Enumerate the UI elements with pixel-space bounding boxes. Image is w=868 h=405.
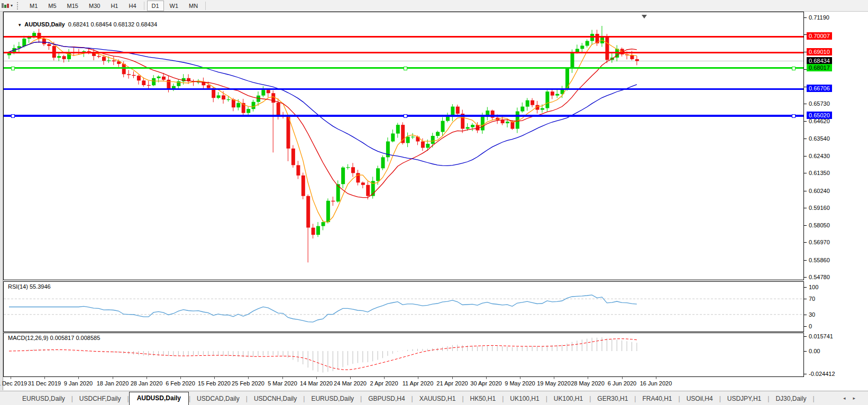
date-tick-mark (282, 377, 283, 379)
macd-tick-label: -0.024412 (809, 371, 835, 377)
tab-usoil-h4[interactable]: USOil,H4 (680, 393, 719, 405)
date-label: 15 Feb 2020 (198, 380, 231, 386)
macd-pane[interactable]: MACD(12,26,9) 0.005817 0.008585 (3, 333, 804, 377)
candle-body (381, 157, 385, 168)
rsi-tick-label: 30 (809, 311, 815, 318)
candle-body (167, 80, 170, 89)
tab-ger30-h1[interactable]: GER30,H1 (591, 393, 634, 405)
line-handle[interactable] (11, 114, 15, 118)
tab-usdcad-daily[interactable]: USDCAD,Daily (190, 393, 246, 405)
tab-eurusd-daily[interactable]: EURUSD,Daily (16, 393, 71, 405)
price-tick-label: 0.60240 (809, 188, 830, 194)
price-tick-mark (804, 260, 807, 261)
rsi-tick-mark (804, 315, 807, 315)
date-tick-mark (113, 377, 113, 379)
line-handle[interactable] (11, 67, 15, 70)
candle-body (28, 38, 31, 39)
candle-body (421, 142, 425, 148)
tab-dj30-daily[interactable]: DJ30,Daily (769, 393, 812, 405)
tabs-scroll-right-icon[interactable]: ▸ (853, 395, 863, 401)
ma-medium-line (9, 42, 637, 197)
date-tick-mark (622, 377, 623, 379)
tab-audusd-daily[interactable]: AUDUSD,Daily (129, 392, 189, 405)
price-badge-0.70007: 0.70007 (807, 32, 832, 40)
candle-body (426, 144, 430, 148)
horizontal-line-0.70007[interactable] (4, 36, 803, 38)
candle-body (246, 109, 250, 113)
date-tick-mark (11, 377, 11, 379)
candle-body (331, 201, 335, 202)
line-handle[interactable] (404, 67, 407, 70)
candle-body (147, 85, 151, 86)
toolbar-grip[interactable] (17, 2, 20, 10)
rsi-tick-mark (804, 326, 807, 327)
candle-body (366, 185, 370, 196)
timeframe-button-h4[interactable]: H4 (124, 1, 141, 11)
candle-body (580, 45, 584, 49)
chart-ohlc-values: 0.68241 0.68454 0.68132 0.68434 (68, 21, 157, 27)
date-label: 30 Apr 2020 (470, 380, 501, 386)
price-tick-mark (804, 17, 807, 18)
line-handle[interactable] (792, 67, 796, 70)
candle-body (481, 117, 485, 130)
timeframe-button-m5[interactable]: M5 (43, 1, 61, 11)
tab-uk100-h1[interactable]: UK100,H1 (504, 393, 545, 405)
macd-tick-mark (804, 374, 807, 374)
candle-body (261, 90, 265, 96)
tab-usdcnh-daily[interactable]: USDCNH,Daily (248, 393, 303, 405)
tab-gbpusd-h4[interactable]: GBPUSD,H4 (362, 393, 411, 405)
candle-body (356, 173, 360, 182)
date-label: 28 Jan 2020 (131, 380, 163, 386)
line-handle[interactable] (792, 114, 796, 118)
tab-xauusd-h1[interactable]: XAUUSD,H1 (413, 393, 462, 405)
macd-histogram (9, 337, 637, 373)
candle-body (346, 167, 350, 168)
candle-body (571, 53, 574, 69)
main-chart-pane[interactable]: ▼AUDUSD,Daily 0.68241 0.68454 0.68132 0.… (3, 12, 804, 280)
charts-toolbar-icon[interactable] (1, 2, 10, 10)
candle-body (301, 176, 305, 196)
candle-body (351, 167, 355, 173)
timeframe-button-w1[interactable]: W1 (165, 1, 184, 11)
timeframe-button-d1[interactable]: D1 (147, 1, 164, 11)
horizontal-line-0.69010[interactable] (4, 52, 803, 53)
date-axis[interactable]: 21 Dec 201931 Dec 20199 Jan 202018 Jan 2… (3, 377, 804, 391)
timeframe-button-mn[interactable]: MN (184, 1, 203, 11)
candle-body (526, 100, 529, 107)
horizontal-line-0.66706[interactable] (4, 88, 803, 90)
chevron-down-icon[interactable]: ▾ (11, 3, 13, 8)
tab-uk100-h1[interactable]: UK100,H1 (547, 393, 589, 405)
timeframe-button-m30[interactable]: M30 (84, 1, 105, 11)
price-tick-label: 0.56970 (809, 239, 830, 245)
candle-body (142, 80, 145, 85)
timeframe-button-m15[interactable]: M15 (62, 1, 83, 11)
candles (7, 26, 639, 262)
candle-body (47, 44, 51, 46)
tabs-scroll-left-icon[interactable]: ◂ (843, 395, 853, 401)
candle-body (406, 137, 410, 143)
candle-body (510, 122, 514, 129)
candle-body (531, 100, 534, 105)
chart-tab-bar: EURUSD,Daily|USDCHF,Daily|AUDUSD,Daily|U… (0, 391, 868, 405)
date-label: 6 Jun 2020 (608, 380, 636, 386)
price-axis[interactable]: 0.711900.701100.690000.679200.668100.657… (804, 12, 868, 390)
date-label: 18 Jan 2020 (97, 380, 129, 386)
timeframe-button-h1[interactable]: H1 (106, 1, 123, 11)
expander-icon[interactable]: ▼ (17, 23, 22, 27)
candle-body (316, 226, 320, 235)
tab-fra40-h1[interactable]: FRA40,H1 (636, 393, 678, 405)
chart-shift-icon[interactable] (642, 15, 647, 19)
date-label: 25 Feb 2020 (232, 380, 264, 386)
tab-usdchf-daily[interactable]: USDCHF,Daily (73, 393, 127, 405)
tab-eurusd-daily[interactable]: EURUSD,Daily (305, 393, 360, 405)
timeframe-button-m1[interactable]: M1 (25, 1, 42, 11)
tab-usdjpy-h1[interactable]: USDJPY,H1 (721, 393, 768, 405)
tab-hk50-h1[interactable]: HK50,H1 (464, 393, 502, 405)
price-tick-label: 0.55860 (809, 257, 830, 263)
line-handle[interactable] (404, 114, 407, 118)
rsi-pane[interactable]: RSI(14) 55.3946 (3, 281, 804, 332)
price-tick-mark (804, 277, 807, 278)
price-badge-0.68017: 0.68017 (807, 64, 832, 71)
date-label: 24 Mar 2020 (334, 380, 367, 386)
ma-fast-line (9, 38, 637, 222)
